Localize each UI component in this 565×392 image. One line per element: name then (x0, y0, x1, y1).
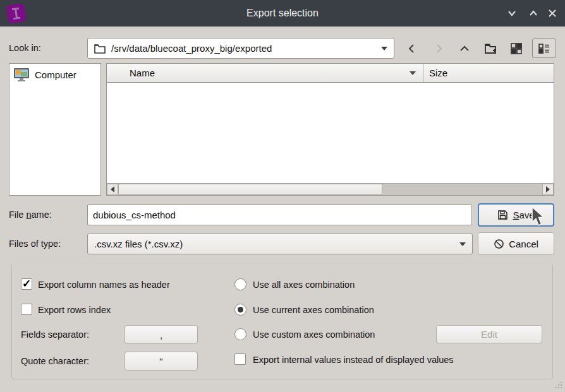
file-name-input[interactable] (87, 205, 472, 225)
detail-view-button[interactable] (532, 39, 556, 58)
axes-all-radio[interactable] (234, 278, 246, 290)
look-in-path: /srv/data/bluecoat_proxy_big/exported (111, 43, 272, 54)
export-internal-checkbox[interactable]: ✓ (234, 353, 246, 365)
save-floppy-icon (497, 210, 508, 220)
axes-custom-radio[interactable] (234, 328, 246, 340)
window-title: Export selection (0, 0, 565, 27)
fields-separator-label: Fields separator: (21, 330, 89, 340)
file-type-label: Files of type: (9, 239, 61, 249)
forward-button[interactable] (428, 39, 449, 58)
file-list[interactable]: Name Size (106, 63, 554, 196)
places-sidebar: Computer (9, 63, 101, 196)
scroll-left-button[interactable] (107, 184, 118, 195)
export-selection-dialog: Export selection Look in: /srv/data/blue… (0, 0, 565, 392)
file-name-label: File name: (9, 210, 52, 220)
resize-grip[interactable] (554, 381, 563, 389)
cancel-button[interactable]: Cancel (478, 232, 554, 255)
export-rows-label: Export rows index (38, 305, 111, 315)
quote-character-label: Quote character: (21, 356, 89, 366)
icon-view-button[interactable] (506, 39, 526, 58)
titlebar[interactable]: Export selection (0, 0, 565, 27)
axes-current-label: Use current axes combination (253, 305, 374, 315)
look-in-combobox[interactable]: /srv/data/bluecoat_proxy_big/exported (87, 38, 394, 59)
fields-separator-button[interactable]: , (125, 325, 198, 344)
save-button[interactable]: Save (478, 203, 554, 227)
axes-all-label: Use all axes combination (253, 280, 355, 290)
parent-directory-button[interactable] (454, 39, 475, 58)
sidebar-item-computer[interactable]: Computer (9, 64, 100, 85)
minimize-icon[interactable] (504, 6, 519, 21)
axes-custom-label: Use custom axes combination (253, 330, 375, 340)
look-in-label: Look in: (9, 43, 41, 53)
folder-icon (94, 43, 106, 54)
sidebar-item-label: Computer (35, 69, 76, 80)
computer-monitor-icon (13, 67, 30, 82)
maximize-icon[interactable] (526, 6, 541, 21)
file-type-value: .csv.xz files (*.csv.xz) (94, 239, 183, 249)
chevron-down-icon (459, 242, 466, 246)
axes-current-radio[interactable] (234, 304, 246, 316)
column-header-size[interactable]: Size (424, 64, 554, 82)
export-header-label: Export column names as header (38, 280, 170, 290)
column-header-name[interactable]: Name (107, 64, 424, 82)
file-list-header: Name Size (107, 64, 554, 83)
close-icon[interactable] (545, 6, 560, 21)
scroll-right-button[interactable] (542, 184, 554, 195)
scrollbar-track[interactable] (382, 184, 542, 195)
export-internal-label: Export internal values instead of displa… (253, 355, 454, 365)
sort-descending-icon (410, 71, 416, 75)
chevron-down-icon (381, 47, 387, 50)
cancel-slash-icon (494, 239, 504, 249)
export-rows-checkbox[interactable]: ✓ (21, 304, 32, 315)
new-folder-button[interactable] (480, 39, 501, 58)
file-type-combobox[interactable]: .csv.xz files (*.csv.xz) (87, 234, 473, 254)
edit-axes-button[interactable]: Edit (436, 325, 542, 343)
horizontal-scrollbar[interactable] (107, 183, 554, 195)
scrollbar-thumb[interactable] (118, 184, 382, 195)
export-header-checkbox[interactable]: ✓ (21, 278, 32, 290)
back-button[interactable] (402, 39, 422, 58)
quote-character-button[interactable]: " (125, 352, 198, 371)
